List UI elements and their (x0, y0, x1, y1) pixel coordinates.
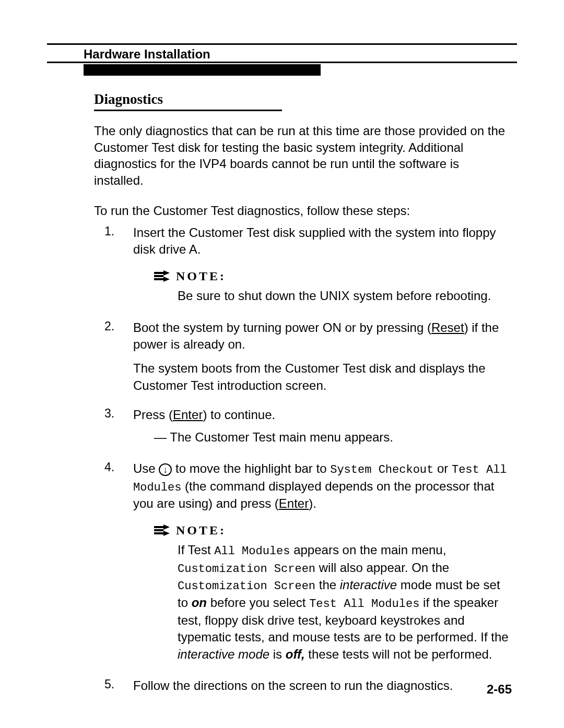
step-number: 3. (104, 407, 133, 453)
note-text: before you select (207, 595, 309, 610)
header-rule-top (47, 43, 517, 45)
note-text: the (315, 578, 340, 592)
note-text: appears on the main menu, (290, 543, 446, 557)
step-number: 5. (104, 677, 133, 694)
command-text: Test All Modules (309, 598, 419, 611)
step-3: 3. Press (Enter) to continue. — The Cust… (104, 407, 512, 453)
step-text: or (433, 461, 452, 475)
note-header: NOTE: (154, 522, 512, 539)
step-number: 1. (104, 224, 133, 312)
step-body: Use ↓ to move the highlight bar to Syste… (133, 460, 512, 670)
key-label: Enter (279, 496, 309, 510)
step-number: 2. (104, 319, 133, 395)
note-body: Be sure to shut down the UNIX system bef… (178, 288, 512, 304)
note-arrow-icon (154, 524, 171, 536)
step-paragraph: The system boots from the Customer Test … (133, 360, 512, 394)
step-1: 1. Insert the Customer Test disk supplie… (104, 224, 512, 312)
note-label: NOTE: (176, 522, 226, 539)
note-header: NOTE: (154, 268, 512, 284)
header-rule-bottom (47, 62, 517, 63)
down-arrow-key-icon: ↓ (159, 463, 172, 476)
command-text: All Modules (214, 545, 290, 558)
note-text: will also appear. On the (315, 560, 449, 575)
step-4: 4. Use ↓ to move the highlight bar to Sy… (104, 460, 512, 670)
step-subtext: — The Customer Test main menu appears. (154, 429, 512, 446)
step-body: Boot the system by turning power ON or b… (133, 319, 512, 395)
section-underline (94, 110, 282, 111)
step-text: Boot the system by turning power ON or b… (133, 320, 431, 335)
note-arrow-icon (154, 270, 171, 282)
steps-container: 1. Insert the Customer Test disk supplie… (104, 224, 512, 701)
note-block: NOTE: Be sure to shut down the UNIX syst… (154, 268, 512, 305)
step-text: Use (133, 461, 156, 475)
step-text: ) to continue. (203, 408, 275, 422)
note-text: If Test (178, 543, 214, 557)
step-text: to move the highlight bar to (175, 461, 330, 475)
header-black-bar (84, 64, 321, 76)
italic-text: interactive (340, 578, 397, 592)
page-number: 2-65 (487, 682, 512, 697)
note-text: these tests will not be performed. (305, 647, 492, 661)
step-number: 4. (104, 460, 133, 670)
key-label: Reset (431, 320, 464, 335)
command-text: Customization Screen (178, 580, 315, 593)
note-label: NOTE: (176, 268, 226, 284)
note-text: is (269, 647, 286, 661)
step-body: Insert the Customer Test disk supplied w… (133, 224, 512, 312)
step-text: Insert (133, 225, 168, 240)
steps-intro: To run the Customer Test diagnostics, fo… (94, 204, 410, 218)
italic-text: interactive mode (178, 647, 269, 661)
intro-paragraph: The only diagnostics that can be run at … (94, 123, 512, 189)
page-header-title: Hardware Installation (84, 47, 210, 62)
command-text: System Checkout (330, 463, 433, 476)
step-text: Press ( (133, 408, 173, 422)
bold-italic-text: off, (286, 647, 305, 661)
bold-italic-text: on (192, 595, 207, 610)
section-title: Diagnostics (94, 91, 163, 108)
note-block: NOTE: If Test All Modules appears on the… (154, 522, 512, 663)
step-2: 2. Boot the system by turning power ON o… (104, 319, 512, 395)
step-5: 5. Follow the directions on the screen t… (104, 677, 512, 694)
key-label: Enter (173, 408, 203, 422)
step-text: the Customer Test disk supplied with the… (133, 225, 496, 256)
step-body: Press (Enter) to continue. — The Custome… (133, 407, 512, 453)
step-body: Follow the directions on the screen to r… (133, 677, 512, 694)
step-text: ). (309, 496, 316, 510)
command-text: Customization Screen (178, 563, 315, 576)
note-body: If Test All Modules appears on the main … (178, 542, 512, 663)
